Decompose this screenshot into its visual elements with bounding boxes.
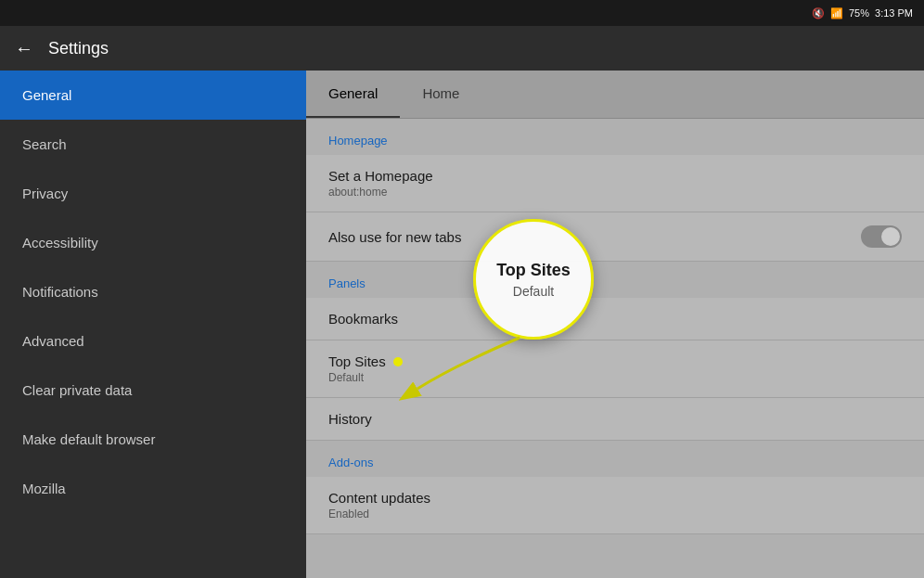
tabs-bar: General Home [306,71,924,119]
sidebar-item-mozilla[interactable]: Mozilla [0,464,306,513]
sidebar-item-privacy[interactable]: Privacy [0,169,306,218]
sidebar-item-search[interactable]: Search [0,120,306,169]
battery-text: 75% [849,7,869,19]
sidebar-item-make-default-browser[interactable]: Make default browser [0,415,306,464]
set-homepage-title: Set a Homepage [328,168,433,184]
section-header-addons: Add-ons [306,441,924,477]
time-text: 3:13 PM [875,7,913,19]
setting-top-sites[interactable]: Top Sites Default [306,340,924,398]
bookmarks-title: Bookmarks [328,311,398,327]
back-icon[interactable]: ← [15,38,33,59]
tab-home[interactable]: Home [400,71,481,118]
content-area: General Home Homepage Set a Homepage abo… [306,71,924,578]
sidebar-item-clear-private-data[interactable]: Clear private data [0,366,306,415]
mute-icon: 🔇 [812,7,825,19]
status-bar: 🔇 📶 75% 3:13 PM [0,0,924,26]
top-sites-subtitle: Default [328,371,403,384]
sidebar-item-advanced[interactable]: Advanced [0,316,306,366]
page-title: Settings [48,39,109,58]
also-use-new-tabs-toggle[interactable] [861,225,902,248]
tooltip-overlay: Top Sites Default [473,219,594,340]
tooltip-title: Top Sites [496,261,571,280]
content-updates-subtitle: Enabled [328,507,430,520]
top-sites-title: Top Sites [328,353,403,369]
section-header-homepage: Homepage [306,119,924,155]
section-homepage: Homepage Set a Homepage about:home Also … [306,119,924,262]
sidebar-item-notifications[interactable]: Notifications [0,267,306,316]
setting-bookmarks[interactable]: Bookmarks [306,298,924,340]
history-title: History [328,411,372,427]
set-homepage-subtitle: about:home [328,186,433,199]
content-updates-title: Content updates [328,490,430,506]
section-header-panels: Panels [306,262,924,298]
sidebar-item-general[interactable]: General [0,71,306,120]
setting-content-updates[interactable]: Content updates Enabled [306,477,924,534]
signal-icon: 📶 [830,7,843,19]
sidebar: General Search Privacy Accessibility Not… [0,71,306,578]
tooltip-subtitle: Default [513,284,554,299]
sidebar-item-accessibility[interactable]: Accessibility [0,218,306,267]
tab-general[interactable]: General [306,71,400,118]
yellow-dot-indicator [393,357,403,366]
setting-history[interactable]: History [306,398,924,441]
section-panels: Panels Bookmarks Top Sites Default Histo… [306,262,924,441]
main-layout: General Search Privacy Accessibility Not… [0,71,924,578]
tooltip-bubble: Top Sites Default [473,219,594,340]
section-addons: Add-ons Content updates Enabled [306,441,924,534]
title-bar: ← Settings [0,26,924,71]
setting-also-use-new-tabs[interactable]: Also use for new tabs [306,212,924,262]
setting-set-homepage[interactable]: Set a Homepage about:home [306,155,924,212]
also-use-new-tabs-title: Also use for new tabs [328,229,461,245]
